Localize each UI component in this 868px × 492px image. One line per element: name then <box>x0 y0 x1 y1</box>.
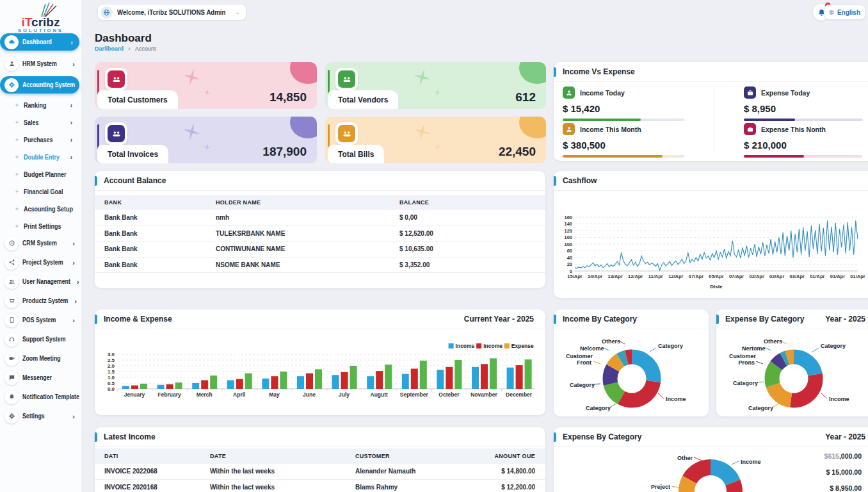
sparkle-icon <box>15 207 19 211</box>
sidebar-item-zoom-meeting[interactable]: Zoom Meeting <box>0 350 81 367</box>
svg-text:3.0: 3.0 <box>108 352 115 357</box>
sidebar-item-crm-system[interactable]: CRM System› <box>0 234 81 252</box>
panel-year-label: Year - 2025 <box>825 432 865 441</box>
sparkle-icon <box>15 155 19 160</box>
svg-text:2.5: 2.5 <box>108 357 115 363</box>
sidebar-item-hrm-system[interactable]: HRM System› <box>0 55 81 72</box>
person-icon <box>563 86 575 99</box>
svg-text:20: 20 <box>567 261 572 267</box>
sidebar-item-financial-goal[interactable]: Financial Goal <box>0 185 81 198</box>
svg-text:60: 60 <box>567 248 572 254</box>
sidebar-item-accounting-system[interactable]: Accounting System› <box>0 76 79 94</box>
svg-text:Merch: Merch <box>197 391 213 398</box>
table-row[interactable]: Bank BankCONTIWUNANE NAME$ 10,635.00 <box>95 242 545 258</box>
panel-title: Expense By Category <box>725 315 825 324</box>
dashboard-page: iTcribz SOLUTIONS Dashboard›HRM System›A… <box>0 0 868 492</box>
panel-title: Expense By Category <box>563 432 825 441</box>
language-label: English <box>837 9 860 16</box>
tablet-icon <box>4 313 19 327</box>
sidebar-item-dashboard[interactable]: Dashboard› <box>0 33 79 51</box>
sidebar-item-project-system[interactable]: Project System› <box>0 254 81 271</box>
sparkle-icon <box>15 120 19 125</box>
svg-text:07/Apr: 07/Apr <box>689 274 703 279</box>
summary-expense-this-nonth: Expense This Nonth$ 210,000 <box>744 123 862 158</box>
chevron-right-icon: › <box>72 413 75 420</box>
sidebar-item-notification-template[interactable]: Notification Template <box>0 388 81 406</box>
person-icon <box>4 57 19 71</box>
svg-text:2.0: 2.0 <box>108 363 115 369</box>
svg-text:Novamber: Novamber <box>470 391 497 398</box>
welcome-dropdown[interactable]: Welcome, iTcribz SOLUTIONS Admin ⌄ <box>97 4 246 20</box>
share-icon <box>4 256 19 270</box>
person-icon <box>563 123 575 135</box>
sidebar-item-productz-system[interactable]: Productz System› <box>0 292 81 309</box>
cart-icon <box>4 294 19 308</box>
sidebar-item-purchases[interactable]: Purchases› <box>0 133 81 146</box>
donut-label: Customer Front <box>566 353 591 366</box>
stat-card-total-invoices: Total Invoices187,900 <box>95 117 317 163</box>
gear-icon <box>4 409 19 423</box>
sidebar-item-print-settings[interactable]: Print Settings <box>0 220 81 233</box>
table-row[interactable]: Bank BankNSOME BANK NAME$ 3,352.00 <box>95 258 545 274</box>
sidebar-item-ranking[interactable]: Ranking› <box>0 99 81 111</box>
donut-label: Category <box>586 405 611 411</box>
stat-card-total-customers: Total Customers14,850 <box>95 62 317 109</box>
sparkle-icon <box>15 172 19 177</box>
table-row[interactable]: INVOICE 2022068Within the last weeksAlen… <box>95 464 545 480</box>
chevron-right-icon: › <box>70 38 73 46</box>
chevron-right-icon: › <box>70 136 72 144</box>
svg-text:01/Apr: 01/Apr <box>810 274 824 279</box>
summary-expense-today: Expense Today$ 8,950 <box>744 86 862 121</box>
stat-label: Total Vendors <box>338 95 388 104</box>
circledot-icon <box>4 236 19 250</box>
income-expense-chart-panel: Income & ExpenseCurrent Year - 2025 3.02… <box>95 309 545 415</box>
svg-text:02/Apr: 02/Apr <box>749 274 764 279</box>
sidebar-item-messenger[interactable]: Messenger <box>0 369 81 386</box>
svg-text:Diste: Diste <box>710 284 723 290</box>
breadcrumb-account: Account <box>135 45 156 52</box>
chevron-right-icon: › <box>72 259 75 266</box>
summary-income-this-month: Income This Month$ 380,500 <box>563 123 684 158</box>
sidebar-item-acsounting-setup[interactable]: Acsounting Setup <box>0 202 81 215</box>
chevron-right-icon: › <box>72 60 75 68</box>
sidebar-item-user-nanagement[interactable]: User Nanagement› <box>0 273 81 290</box>
logo-strokes-icon <box>0 3 81 17</box>
donut-label: Others <box>602 338 620 345</box>
donut-label: Preject <box>643 484 670 490</box>
expense-value: $615,000.00 <box>785 452 862 460</box>
account-balance-panel: Account Balance BANKHOLDER NAMEBALANCEBa… <box>95 171 545 288</box>
table-row[interactable]: INVOICE 2020168Within the lact weeksBlam… <box>95 480 545 492</box>
svg-text:December: December <box>506 391 533 398</box>
sidebar-item-double-entry[interactable]: Double Entry› <box>0 151 81 163</box>
svg-text:11/Apr: 11/Apr <box>648 274 663 279</box>
brand-name: iTcribz <box>0 17 81 28</box>
donut-label: Customer Prons <box>729 353 755 366</box>
summary-income-today: Income Today$ 15,420 <box>563 86 684 121</box>
breadcrumb-dashboard[interactable]: Darliboard <box>95 45 124 52</box>
svg-text:120: 120 <box>564 228 572 234</box>
donut-label: Income <box>829 396 849 402</box>
stat-value: 612 <box>515 90 536 104</box>
table-row[interactable]: Bank BankTULEKSRBANK NAME$ 12,520.00 <box>95 226 545 242</box>
brand-logo[interactable]: iTcribz SOLUTIONS <box>0 3 81 33</box>
svg-text:Jenuary: Jenuary <box>124 391 145 398</box>
sidebar-item-support-system[interactable]: Support System <box>0 331 81 348</box>
latest-income-panel: Latest Income DATIDATECUSTOMERANOUNT OUE… <box>95 427 545 492</box>
language-selector[interactable]: ⚙ English <box>824 4 865 20</box>
stat-label: Total Invoices <box>108 150 158 159</box>
breadcrumb: Darliboard › Account <box>95 45 156 52</box>
sidebar-item-pos-system[interactable]: POS System› <box>0 311 81 329</box>
panel-title: Income Vs Expense <box>563 67 868 76</box>
sidebar-item-sales[interactable]: Sales› <box>0 116 81 129</box>
sidebar-item-budget-planner[interactable]: Budget Planner <box>0 168 81 181</box>
svg-text:June: June <box>303 391 316 398</box>
gear-icon <box>4 78 19 92</box>
svg-text:14/Apr: 14/Apr <box>588 274 602 279</box>
donut-label: Category <box>748 405 773 411</box>
table-row[interactable]: Bank Banknmh$ 0,00 <box>95 210 545 226</box>
panel-title: Account Balance <box>104 176 545 185</box>
svg-text:01/Apr: 01/Apr <box>850 274 865 279</box>
donut-label: Other <box>666 455 693 461</box>
brand-subtitle: SOLUTIONS <box>0 28 81 33</box>
sidebar-item-settings[interactable]: Settings› <box>0 407 81 425</box>
